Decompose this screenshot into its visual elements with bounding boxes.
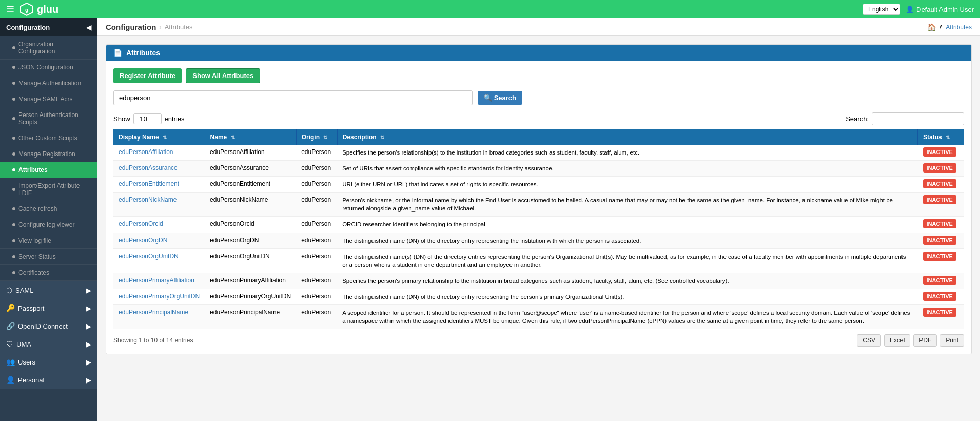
sidebar-group-openid: 🔗OpenID Connect ▶ [0,317,97,335]
topbar-right: English 👤 Default Admin User [863,4,974,15]
display-name-link[interactable]: eduPersonPrimaryOrgUnitDN [119,293,200,300]
table-controls: Show entries Search: [113,112,964,125]
display-name-link[interactable]: eduPersonAssurance [119,164,178,171]
dot-icon [12,82,15,85]
sidebar-item-json-config[interactable]: JSON Configuration [0,60,97,75]
sidebar-item-attributes[interactable]: Attributes [0,162,97,178]
sidebar-users-header[interactable]: 👥Users ▶ [0,353,97,371]
sidebar-saml-header[interactable]: ⬡SAML ▶ [0,281,97,299]
hamburger-icon[interactable]: ☰ [6,4,14,15]
col-status[interactable]: Status ⇅ [918,129,964,145]
table-row: eduPersonOrgUnitDN eduPersonOrgUnitDN ed… [113,248,964,273]
col-name[interactable]: Name ⇅ [205,129,296,145]
register-attribute-button[interactable]: Register Attribute [113,68,182,83]
sort-icon-name[interactable]: ⇅ [231,135,235,140]
sidebar-personal-header[interactable]: 👤Personal ▶ [0,371,97,389]
table-row: eduPersonOrgDN eduPersonOrgDN eduPerson … [113,233,964,248]
sidebar-item-cache-refresh[interactable]: Cache refresh [0,201,97,217]
language-select[interactable]: English [863,4,900,15]
display-name-link[interactable]: eduPersonOrcid [119,220,163,227]
content-area: Configuration › Attributes 🏠 / Attribute… [97,18,980,421]
cell-display-name: eduPersonOrgUnitDN [113,248,205,273]
display-name-link[interactable]: eduPersonAffiliation [119,148,173,156]
sort-icon-origin[interactable]: ⇅ [323,135,327,140]
status-badge: INACTIVE [923,147,956,157]
entries-input[interactable] [133,113,162,124]
sidebar-item-manage-reg[interactable]: Manage Registration [0,146,97,162]
sort-icon-display-name[interactable]: ⇅ [163,135,167,140]
cell-name: eduPersonPrincipalName [205,305,296,329]
sidebar-item-manage-auth[interactable]: Manage Authentication [0,75,97,91]
logo-text: gluu [37,4,58,15]
sidebar-item-import-export[interactable]: Import/Export Attribute LDIF [0,178,97,201]
sidebar-config-label: Configuration [6,24,50,31]
table-header-row: Display Name ⇅ Name ⇅ Origin ⇅ [113,129,964,145]
dot-icon [12,168,15,171]
table-search-input[interactable] [872,112,964,125]
export-print-button[interactable]: Print [940,334,964,347]
sidebar-item-other-custom[interactable]: Other Custom Scripts [0,130,97,146]
cell-status: INACTIVE [918,233,964,248]
sidebar-uma-header[interactable]: 🛡UMA ▶ [0,335,97,353]
export-buttons: CSV Excel PDF Print [857,334,964,347]
export-csv-button[interactable]: CSV [857,334,881,347]
dot-icon [12,239,15,242]
table-footer: Showing 1 to 10 of 14 entries CSV Excel … [113,334,964,347]
cell-origin: eduPerson [296,289,337,304]
status-badge: INACTIVE [923,195,956,204]
sidebar-item-view-log[interactable]: View log file [0,233,97,249]
cell-description: Specifies the person's relationship(s) t… [337,145,917,161]
sidebar-config-header[interactable]: Configuration ◀ [0,18,97,36]
sidebar-item-person-auth[interactable]: Person Authentication Scripts [0,107,97,130]
sidebar-group-passport: 🔑Passport ▶ [0,299,97,317]
cell-display-name: eduPersonNickName [113,193,205,217]
sidebar-openid-header[interactable]: 🔗OpenID Connect ▶ [0,317,97,335]
display-name-link[interactable]: eduPersonNickName [119,196,177,203]
export-excel-button[interactable]: Excel [884,334,910,347]
sort-icon-status[interactable]: ⇅ [946,135,950,140]
uma-icon: 🛡 [6,340,13,348]
cell-description: Person's nickname, or the informal name … [337,193,917,217]
sidebar-item-org-config[interactable]: Organization Configuration [0,36,97,60]
sidebar-item-log-viewer[interactable]: Configure log viewer [0,217,97,233]
dot-icon [12,207,15,210]
sort-icon-description[interactable]: ⇅ [380,135,384,140]
dot-icon [12,271,15,274]
dot-icon [12,255,15,258]
home-icon[interactable]: 🏠 [927,23,936,31]
search-input[interactable] [113,90,473,105]
cell-origin: eduPerson [296,193,337,217]
sidebar-passport-header[interactable]: 🔑Passport ▶ [0,299,97,317]
search-button[interactable]: 🔍 Search [478,91,522,105]
export-pdf-button[interactable]: PDF [913,334,937,347]
display-name-link[interactable]: eduPersonPrimaryAffiliation [119,277,194,284]
display-name-link[interactable]: eduPersonPrincipalName [119,309,188,316]
cell-name: eduPersonPrimaryAffiliation [205,273,296,289]
users-icon: 👥 [6,358,15,366]
breadcrumb-link[interactable]: Attributes [946,24,972,31]
col-display-name[interactable]: Display Name ⇅ [113,129,205,145]
sidebar-item-manage-saml[interactable]: Manage SAML Acrs [0,91,97,107]
breadcrumb-sep: › [159,23,161,31]
display-name-link[interactable]: eduPersonOrgDN [119,237,167,244]
show-all-attributes-button[interactable]: Show All Attributes [186,68,260,83]
display-name-link[interactable]: eduPersonOrgUnitDN [119,253,179,260]
status-badge: INACTIVE [923,219,956,228]
search-row: 🔍 Search [113,90,964,105]
display-name-link[interactable]: eduPersonEntitlement [119,180,179,187]
cell-status: INACTIVE [918,145,964,161]
sidebar-item-certificates[interactable]: Certificates [0,265,97,281]
admin-user-label: 👤 Default Admin User [906,6,974,13]
cell-status: INACTIVE [918,289,964,304]
cell-origin: eduPerson [296,305,337,329]
table-row: eduPersonEntitlement eduPersonEntitlemen… [113,177,964,193]
sidebar-item-server-status[interactable]: Server Status [0,249,97,265]
cell-display-name: eduPersonPrincipalName [113,305,205,329]
col-description[interactable]: Description ⇅ [337,129,917,145]
col-origin[interactable]: Origin ⇅ [296,129,337,145]
cell-status: INACTIVE [918,161,964,177]
cell-name: eduPersonOrgDN [205,233,296,248]
cell-description: ORCID researcher identifiers belonging t… [337,217,917,233]
table-row: eduPersonPrincipalName eduPersonPrincipa… [113,305,964,329]
personal-icon: 👤 [6,376,15,384]
